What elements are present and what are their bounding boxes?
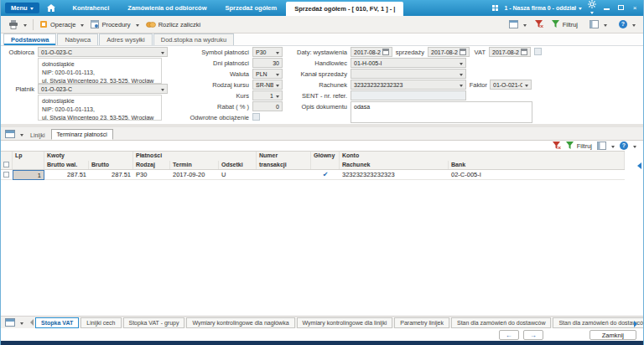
col-brutto[interactable]: Brutto: [89, 161, 133, 169]
help-button[interactable]: ?: [615, 18, 639, 30]
next-document-button[interactable]: →: [523, 330, 543, 340]
row-checkbox[interactable]: [3, 172, 9, 178]
cell-rodzaj[interactable]: P30: [133, 170, 170, 180]
cell-lp[interactable]: 1: [13, 170, 44, 180]
cell-rachunek[interactable]: 323232323232323: [340, 170, 449, 180]
opis-dokumentu-textarea[interactable]: odasa: [351, 101, 532, 123]
printer-icon: [8, 20, 18, 29]
col-bank[interactable]: Bank: [449, 161, 625, 169]
col-rachunek[interactable]: Rachunek: [340, 161, 449, 169]
settings-gear-icon[interactable]: [588, 0, 596, 16]
window-icon: [509, 20, 518, 28]
col-glowny[interactable]: Główny: [311, 152, 340, 161]
nav-tab-zamowienia[interactable]: Zamówienia od odbiorców: [118, 4, 216, 12]
cell-glowny-checkbox[interactable]: ✔: [311, 170, 340, 180]
tab-stopka-vat-grupy[interactable]: Stopka VAT - grupy: [123, 317, 185, 328]
document-tabs: Podstawowa Nabywca Adres wysyłki Dod.sto…: [1, 33, 643, 46]
print-button[interactable]: [5, 18, 30, 31]
tab-linijki[interactable]: Linijki: [25, 131, 50, 140]
data-sprzedazy-field[interactable]: 2017-08-21: [428, 47, 470, 57]
data-wystawienia-field[interactable]: 2017-08-21: [351, 47, 392, 57]
table-row[interactable]: 1 287.51 287.51 P30 2017-09-20 U ✔ 32323…: [1, 170, 625, 180]
menu-button[interactable]: Menu: [5, 3, 39, 13]
colgroup-platnosci[interactable]: Płatności: [133, 152, 257, 161]
window-view-button[interactable]: [506, 18, 530, 30]
kanal-sprzedazy-select[interactable]: [351, 69, 466, 79]
close-button[interactable]: Zamknij: [589, 330, 636, 340]
operacje-button[interactable]: Operacje: [36, 18, 87, 30]
nav-tab-kontrahenci[interactable]: Kontrahenci: [64, 4, 119, 12]
col-brutto-wal[interactable]: Brutto wal.: [44, 161, 89, 169]
close-window-button[interactable]: ×: [631, 4, 639, 13]
tab-wymiary-linijki[interactable]: Wymiary kontrolingowe dla linijki: [297, 317, 393, 328]
handlowiec-select[interactable]: 01-H-005-I: [351, 58, 466, 68]
apps-grid-icon[interactable]: [492, 5, 498, 11]
tab-linijki-cech[interactable]: Linijki cech: [80, 317, 121, 328]
table-header-columns: Brutto wal. Brutto Rodzaj Termin Odsetki…: [1, 161, 625, 170]
calendar-icon[interactable]: [382, 49, 389, 55]
tab-podstawowa[interactable]: Podstawowa: [3, 33, 56, 45]
rozlicz-zaliczki-button[interactable]: Rozlicz zaliczki: [143, 19, 204, 30]
application-window: Menu Kontrahenci Zamówienia od odbiorców…: [0, 0, 644, 345]
calendar-icon[interactable]: [460, 49, 466, 55]
tab-parametry-linijek[interactable]: Parametry linijek: [394, 317, 449, 328]
cell-brutto[interactable]: 287.51: [89, 170, 133, 180]
col-termin[interactable]: Termin: [170, 161, 219, 169]
col-transakcji[interactable]: transakcji: [257, 161, 311, 169]
prev-document-button[interactable]: ←: [499, 330, 519, 340]
faktor-select[interactable]: 01-O-021-C: [490, 80, 532, 90]
cell-bank[interactable]: 02-C-005-I: [449, 170, 625, 180]
tab-stan-zamowien[interactable]: Stan dla zamówień do dostawców: [451, 317, 551, 328]
tab-nabywca[interactable]: Nabywca: [57, 33, 98, 45]
tab-stopka-vat[interactable]: Stopka VAT: [35, 317, 79, 328]
kurs-label: Kurs: [169, 92, 249, 100]
grid-help-button[interactable]: ?: [620, 142, 636, 150]
menu-label: Menu: [11, 4, 28, 12]
data-vat-field[interactable]: 2017-08-21: [489, 47, 531, 57]
col-odsetki[interactable]: Odsetki: [219, 161, 257, 169]
colgroup-kwoty[interactable]: Kwoty: [44, 152, 133, 161]
nav-tab-sprzedaz[interactable]: Sprzedaż ogółem: [216, 4, 287, 12]
row-checkbox-cell[interactable]: [1, 170, 13, 180]
bottom-dock-button[interactable]: [3, 318, 25, 327]
odbiorca-select[interactable]: 01-O-023-C: [38, 47, 168, 57]
tab-adres-wysylki[interactable]: Adres wysyłki: [99, 33, 152, 45]
tab-dod-stopka[interactable]: Dod.stopka na wydruku: [153, 33, 234, 45]
calendar-icon[interactable]: [521, 49, 527, 55]
layout-button[interactable]: [586, 18, 610, 30]
scroll-tabs-left-icon[interactable]: [27, 319, 34, 326]
odwrotne-obciazenie-checkbox[interactable]: [252, 113, 260, 121]
tab-wymiary-naglowka[interactable]: Wymiary kontrolingowe dla nagłówka: [186, 317, 294, 328]
company-selector[interactable]: 1 - Nasza firma 0 - oddział: [504, 5, 582, 11]
colgroup-konto[interactable]: Konto: [340, 152, 625, 161]
colgroup-numer[interactable]: Numer: [257, 152, 311, 161]
collapse-panel-chevron-icon[interactable]: [634, 162, 641, 169]
cell-transakcji[interactable]: [257, 170, 311, 180]
vat-checkbox[interactable]: [534, 48, 542, 55]
grid-layout-button[interactable]: [597, 142, 615, 150]
rachunek-select[interactable]: 323232323232323: [351, 80, 466, 90]
scroll-tabs-right-icon[interactable]: [634, 321, 641, 327]
active-document-tab[interactable]: Sprzedaż ogółem - [ 010, FV, 1 ] - |: [286, 2, 403, 16]
grid-filter-button[interactable]: Filtruj: [566, 142, 592, 150]
sent-field[interactable]: [351, 90, 466, 100]
col-lp[interactable]: Lp: [13, 152, 44, 161]
procedury-button[interactable]: Procedury: [87, 18, 142, 30]
grid-clear-filter-icon[interactable]: [553, 142, 561, 150]
tab-stan-zamowien-dowod[interactable]: Stan dla zamówień do dostawców (dla dowo…: [553, 317, 643, 328]
dock-panel-button[interactable]: [3, 130, 25, 140]
filter-button[interactable]: Filtruj: [548, 18, 581, 30]
payments-tabbar: Linijki Terminarz płatności: [1, 127, 643, 141]
clear-filter-icon[interactable]: [535, 20, 543, 28]
select-all-checkbox-cell[interactable]: [1, 161, 13, 169]
home-icon[interactable]: [47, 4, 55, 12]
cell-brutto-wal[interactable]: 287.51: [44, 170, 89, 180]
select-all-checkbox[interactable]: [3, 162, 9, 167]
restore-button[interactable]: [616, 4, 625, 13]
minimize-button[interactable]: [602, 4, 610, 13]
col-rodzaj[interactable]: Rodzaj: [133, 161, 170, 169]
cell-odsetki[interactable]: U: [219, 170, 257, 180]
platnik-select[interactable]: 01-O-023-C: [38, 84, 168, 94]
tab-terminarz-platnosci[interactable]: Terminarz płatności: [51, 129, 113, 140]
cell-termin[interactable]: 2017-09-20: [170, 170, 219, 180]
